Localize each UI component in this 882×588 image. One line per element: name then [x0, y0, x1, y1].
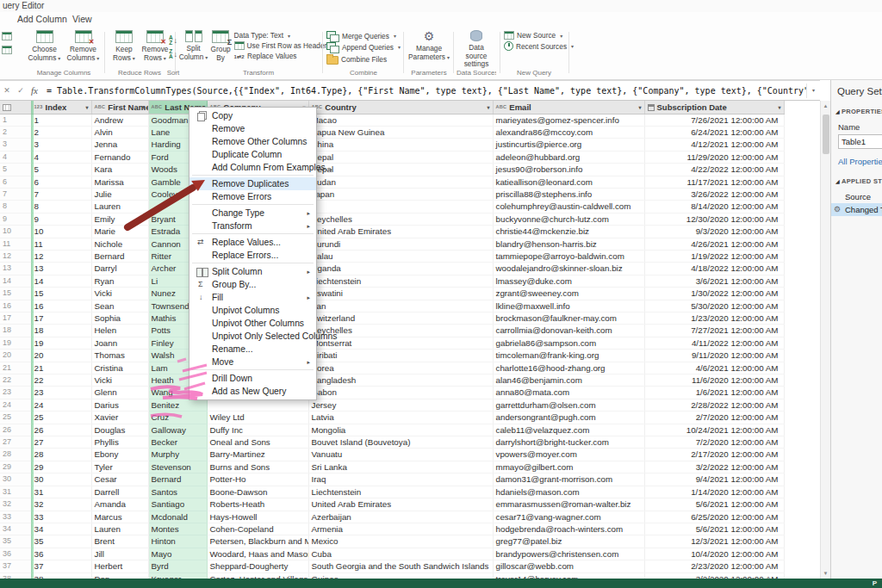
- cell[interactable]: South Georgia and the South Sandwich Isl…: [308, 560, 493, 573]
- menu-item-remove-duplicates[interactable]: Remove Duplicates: [189, 177, 316, 190]
- menu-item-transform[interactable]: Transform▸: [189, 220, 316, 232]
- menu-item-duplicate-column[interactable]: Duplicate Column: [189, 148, 316, 161]
- remove-columns-button[interactable]: Remove Columns▾: [65, 28, 102, 64]
- cell[interactable]: Herbert: [91, 560, 148, 573]
- cell[interactable]: Darrell: [91, 486, 148, 498]
- column-header-first-name[interactable]: ABCFirst Name▾: [91, 101, 148, 114]
- cell[interactable]: Bernard: [148, 473, 207, 486]
- cell[interactable]: Helen: [91, 325, 148, 337]
- cell[interactable]: Burundi: [308, 238, 493, 250]
- cell[interactable]: [308, 201, 493, 213]
- cell[interactable]: Thomas: [91, 350, 148, 362]
- cell[interactable]: Bangladesh: [308, 374, 493, 387]
- cell[interactable]: 35: [31, 535, 91, 548]
- cell[interactable]: Burns and Sons: [207, 461, 308, 473]
- choose-columns-button[interactable]: Choose Columns▾: [26, 28, 63, 64]
- cell[interactable]: 7: [31, 188, 91, 200]
- cell[interactable]: 2/28/2022 12:00:00 AM: [644, 399, 784, 411]
- cell[interactable]: Iraq: [308, 473, 493, 486]
- cell[interactable]: 21: [31, 362, 91, 374]
- cell[interactable]: Sheppard-Dougherty: [207, 560, 308, 573]
- cell[interactable]: Palau: [308, 250, 493, 262]
- cell[interactable]: greg77@patel.biz: [493, 535, 644, 548]
- menu-item-add-column-from-examples[interactable]: Add Column From Examples...: [189, 161, 316, 174]
- tab-add-column[interactable]: Add Column: [17, 14, 67, 24]
- cell[interactable]: 11: [31, 238, 91, 250]
- filter-icon[interactable]: ▾: [85, 104, 88, 110]
- cell[interactable]: trevor14@harvey.com: [493, 573, 644, 579]
- cell[interactable]: Vicki: [91, 374, 148, 387]
- cell[interactable]: Sean: [91, 300, 148, 312]
- cell[interactable]: Ryan: [91, 275, 148, 287]
- cell[interactable]: Murphy: [148, 449, 207, 461]
- cell[interactable]: Nepal: [308, 164, 493, 176]
- tab-view[interactable]: View: [72, 14, 92, 24]
- cell[interactable]: Bouvet Island (Bouvetoya): [308, 436, 493, 449]
- cell[interactable]: marieyates@gomez-spencer.info: [493, 114, 644, 126]
- menu-item-replace-values[interactable]: Replace Values...: [189, 236, 316, 249]
- cell[interactable]: Cortez, Hester and Villegas: [207, 573, 308, 579]
- cell[interactable]: Gabon: [308, 387, 493, 399]
- cell[interactable]: 25: [31, 412, 91, 424]
- cell[interactable]: Cuba: [308, 548, 493, 560]
- cell[interactable]: timcoleman@frank-king.org: [493, 350, 644, 362]
- cell[interactable]: 32: [31, 498, 91, 511]
- cell[interactable]: 3/6/2021 12:00:00 AM: [644, 275, 784, 287]
- cell[interactable]: Woodard, Haas and Mason: [207, 548, 308, 560]
- cell[interactable]: Roberts-Heath: [207, 498, 308, 511]
- cell[interactable]: Cesar: [91, 473, 148, 486]
- filter-icon[interactable]: ▾: [638, 104, 641, 110]
- cell[interactable]: 1/30/2022 12:00:00 AM: [644, 288, 784, 300]
- cell[interactable]: Guinea: [308, 573, 493, 579]
- cell[interactable]: 22: [31, 374, 91, 387]
- cell[interactable]: adeleon@hubbard.org: [493, 151, 644, 163]
- cell[interactable]: Vanuatu: [308, 449, 493, 461]
- cell[interactable]: brandypowers@christensen.com: [493, 548, 644, 560]
- cell[interactable]: 28: [31, 449, 91, 461]
- cell[interactable]: Becker: [148, 436, 207, 449]
- cell[interactable]: Phyllis: [91, 436, 148, 449]
- cell[interactable]: andersongrant@pugh.com: [493, 412, 644, 424]
- cell[interactable]: priscilla88@stephens.info: [493, 188, 644, 200]
- cell[interactable]: [207, 399, 308, 411]
- cell[interactable]: Switzerland: [308, 313, 493, 325]
- cell[interactable]: Korea: [308, 362, 493, 374]
- cell[interactable]: 37: [31, 560, 91, 573]
- cell[interactable]: 4/22/2022 12:00:00 AM: [644, 164, 784, 176]
- cell[interactable]: Sudan: [308, 176, 493, 188]
- cell[interactable]: 10/24/2021 12:00:00 AM: [644, 424, 784, 436]
- cell[interactable]: 3/2/2020 12:00:00 AM: [644, 573, 784, 579]
- cell[interactable]: 36: [31, 548, 91, 560]
- cell[interactable]: anna80@mata.com: [493, 387, 644, 399]
- cell[interactable]: Cristina: [91, 362, 148, 374]
- cell[interactable]: 24: [31, 399, 91, 411]
- cell[interactable]: Hays-Howell: [207, 511, 308, 523]
- cell[interactable]: Jenna: [91, 139, 148, 151]
- cell[interactable]: Seychelles: [308, 213, 493, 225]
- column-header-country[interactable]: ABCCountry▾: [308, 101, 493, 114]
- cell[interactable]: Emily: [91, 213, 148, 225]
- cell[interactable]: Wiley Ltd: [207, 412, 308, 424]
- cell[interactable]: Tyler: [91, 461, 148, 473]
- cell[interactable]: 13: [31, 263, 91, 275]
- cell[interactable]: 6/25/2020 12:00:00 AM: [644, 511, 784, 523]
- cell[interactable]: Glenn: [91, 387, 148, 399]
- recent-sources-button[interactable]: Recent Sources▾: [503, 41, 575, 51]
- all-properties-link[interactable]: All Properties: [831, 157, 882, 166]
- cell[interactable]: 9/11/2020 12:00:00 AM: [644, 350, 784, 362]
- cell[interactable]: cesar71@vang-wagner.com: [493, 511, 644, 523]
- cell[interactable]: Jersey: [308, 399, 493, 411]
- cell[interactable]: Cohen-Copeland: [207, 523, 308, 535]
- cell[interactable]: Amanda: [91, 498, 148, 511]
- filter-icon[interactable]: ▾: [778, 104, 780, 110]
- cell[interactable]: Iran: [308, 300, 493, 312]
- cell[interactable]: 4: [31, 151, 91, 163]
- cell[interactable]: garrettdurham@olsen.com: [493, 399, 644, 411]
- cell[interactable]: 18: [31, 325, 91, 337]
- cell[interactable]: 3/2/2022 12:00:00 AM: [644, 461, 784, 473]
- cell[interactable]: 19: [31, 337, 91, 349]
- data-source-settings-button[interactable]: Data source settings: [457, 28, 495, 71]
- cell[interactable]: hodgebrenda@roach-winters.com: [493, 523, 644, 535]
- cell[interactable]: Xavier: [91, 412, 148, 424]
- cell[interactable]: 17: [31, 313, 91, 325]
